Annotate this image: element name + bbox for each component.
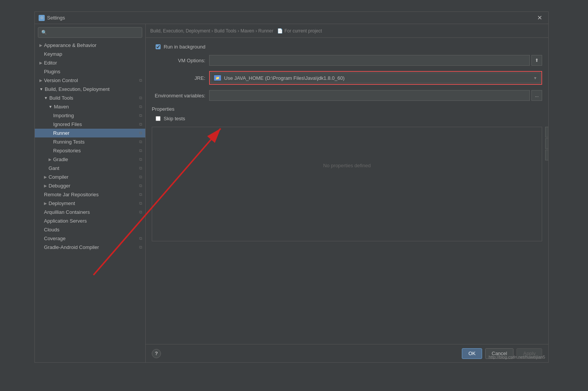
file-icon: 📄 — [277, 28, 283, 34]
arrow-icon: ▶ — [44, 201, 47, 205]
copy-icon: ⧉ — [139, 174, 142, 179]
add-property-button[interactable]: + — [545, 127, 548, 137]
no-properties-message: No properties defined — [152, 127, 542, 204]
properties-title: Properties — [152, 106, 542, 112]
sidebar-item-gant[interactable]: Gant ⧉ — [35, 164, 145, 173]
env-variables-input[interactable] — [209, 90, 530, 101]
properties-section: Properties Skip tests No properties defi… — [152, 106, 542, 241]
sidebar-item-maven[interactable]: ▼ Maven ⧉ — [35, 102, 145, 111]
sidebar-item-label: Appearance & Behavior — [44, 42, 142, 48]
skip-tests-label[interactable]: Skip tests — [164, 116, 185, 121]
sidebar-item-version-control[interactable]: ▶ Version Control ⧉ — [35, 76, 145, 85]
sidebar-item-label: Gradle — [53, 157, 138, 162]
copy-icon: ⧉ — [139, 201, 142, 206]
skip-tests-checkbox[interactable] — [156, 116, 161, 121]
sidebar-item-label: Debugger — [49, 183, 138, 189]
copy-icon: ⧉ — [139, 192, 142, 197]
sidebar-item-label: Maven — [54, 104, 138, 110]
sidebar-item-label: Ignored Files — [53, 121, 138, 127]
remove-property-button[interactable]: − — [545, 138, 548, 149]
sidebar-item-compiler[interactable]: ▶ Compiler ⧉ — [35, 173, 145, 181]
env-variables-row: Environment variables: ... — [152, 90, 542, 101]
env-variables-label: Environment variables: — [152, 93, 205, 99]
copy-icon: ⧉ — [139, 139, 142, 144]
edit-property-button[interactable]: ✎ — [545, 150, 548, 160]
sidebar-item-label: Gradle-Android Compiler — [44, 244, 138, 250]
jre-value: Use JAVA_HOME (D:\Program Files\Java\jdk… — [224, 75, 344, 81]
sidebar-item-remote-jar[interactable]: Remote Jar Repositories ⧉ — [35, 190, 145, 199]
search-icon: 🔍 — [41, 30, 47, 35]
properties-table: No properties defined — [152, 127, 542, 241]
breadcrumb-path: Build, Execution, Deployment › Build Too… — [150, 28, 273, 34]
sidebar-item-build-execution[interactable]: ▼ Build, Execution, Deployment — [35, 85, 145, 94]
arrow-icon: ▶ — [39, 78, 42, 82]
panel-content: Run in background VM Options: ⬆ JRE: — [146, 38, 548, 344]
sidebar-item-running-tests[interactable]: Running Tests ⧉ — [35, 137, 145, 146]
sidebar-item-gradle-android[interactable]: Gradle-Android Compiler ⧉ — [35, 243, 145, 252]
sidebar-item-build-tools[interactable]: ▼ Build Tools ⧉ — [35, 94, 145, 102]
jre-input-group: 📁 Use JAVA_HOME (D:\Program Files\Java\j… — [209, 71, 542, 85]
sidebar-item-arquillian[interactable]: Arquillian Containers ⧉ — [35, 208, 145, 217]
copy-icon: ⧉ — [139, 78, 142, 83]
copy-icon: ⧉ — [139, 236, 142, 241]
copy-icon: ⧉ — [139, 104, 142, 109]
sidebar-item-label: Compiler — [49, 174, 138, 180]
copy-icon: ⧉ — [139, 210, 142, 215]
sidebar-item-label: Remote Jar Repositories — [44, 192, 138, 197]
sidebar-item-label: Gant — [49, 165, 138, 171]
sidebar-item-label: Runner — [53, 130, 138, 136]
sidebar-item-label: Version Control — [44, 78, 138, 83]
titlebar-left: ⚙ Settings — [39, 15, 65, 21]
sidebar-item-deployment[interactable]: ▶ Deployment ⧉ — [35, 199, 145, 208]
sidebar-item-importing[interactable]: Importing ⧉ — [35, 111, 145, 120]
run-in-background-label[interactable]: Run in background — [164, 44, 205, 50]
sidebar-item-label: Build, Execution, Deployment — [45, 86, 142, 92]
sidebar-item-debugger[interactable]: ▶ Debugger ⧉ — [35, 181, 145, 190]
sidebar-item-ignored-files[interactable]: Ignored Files ⧉ — [35, 120, 145, 129]
main-content: 🔍 ▶ Appearance & Behavior Keymap ▶ Edito… — [35, 24, 548, 362]
sidebar-item-label: Arquillian Containers — [44, 209, 138, 215]
sidebar-item-plugins[interactable]: Plugins — [35, 67, 145, 76]
sidebar-item-label: Clouds — [44, 227, 142, 233]
sidebar-item-app-servers[interactable]: Application Servers — [35, 217, 145, 225]
bottom-bar: ? OK Cancel Apply — [146, 344, 548, 362]
vm-options-input[interactable] — [209, 55, 530, 66]
arrow-icon: ▶ — [39, 61, 42, 65]
copy-icon: ⧉ — [139, 122, 142, 127]
vm-options-browse-button[interactable]: ⬆ — [531, 55, 542, 66]
sidebar-item-editor[interactable]: ▶ Editor — [35, 58, 145, 67]
search-input[interactable] — [49, 30, 139, 36]
run-in-background-checkbox[interactable] — [156, 44, 161, 49]
bottom-left: ? — [152, 349, 161, 358]
watermark: http://blog.csdn.net/huweijian5 — [489, 355, 545, 359]
sidebar-item-label: Deployment — [49, 200, 138, 206]
sidebar-item-label: Keymap — [44, 51, 142, 57]
arrow-icon: ▶ — [44, 175, 47, 179]
close-button[interactable]: ✕ — [535, 13, 544, 22]
sidebar-item-label: Editor — [44, 60, 142, 66]
sidebar-item-label: Running Tests — [53, 139, 138, 145]
copy-icon: ⧉ — [139, 166, 142, 171]
search-box[interactable]: 🔍 — [38, 27, 142, 38]
copy-icon: ⧉ — [139, 157, 142, 162]
env-browse-button[interactable]: ... — [531, 90, 542, 101]
sidebar-item-repositories[interactable]: Repositories ⧉ — [35, 146, 145, 155]
jre-folder-icon: 📁 — [214, 75, 221, 81]
sidebar-item-runner[interactable]: Runner ⧉ — [35, 129, 145, 137]
sidebar-item-keymap[interactable]: Keymap — [35, 50, 145, 58]
jre-select[interactable]: 📁 Use JAVA_HOME (D:\Program Files\Java\j… — [211, 73, 541, 83]
sidebar-item-coverage[interactable]: Coverage ⧉ — [35, 234, 145, 243]
jre-label: JRE: — [152, 75, 205, 81]
sidebar-item-appearance[interactable]: ▶ Appearance & Behavior — [35, 41, 145, 50]
sidebar-item-gradle[interactable]: ▶ Gradle ⧉ — [35, 155, 145, 164]
arrow-icon: ▼ — [49, 105, 52, 109]
properties-toolbar: + − ✎ — [545, 127, 548, 160]
breadcrumb: Build, Execution, Deployment › Build Too… — [146, 24, 548, 38]
arrow-icon: ▶ — [44, 184, 47, 188]
skip-tests-row: Skip tests — [152, 116, 542, 121]
sidebar-item-clouds[interactable]: Clouds — [35, 225, 145, 234]
vm-options-input-group: ⬆ — [209, 55, 542, 66]
ok-button[interactable]: OK — [462, 348, 482, 359]
help-button[interactable]: ? — [152, 349, 161, 358]
copy-icon: ⧉ — [139, 183, 142, 188]
